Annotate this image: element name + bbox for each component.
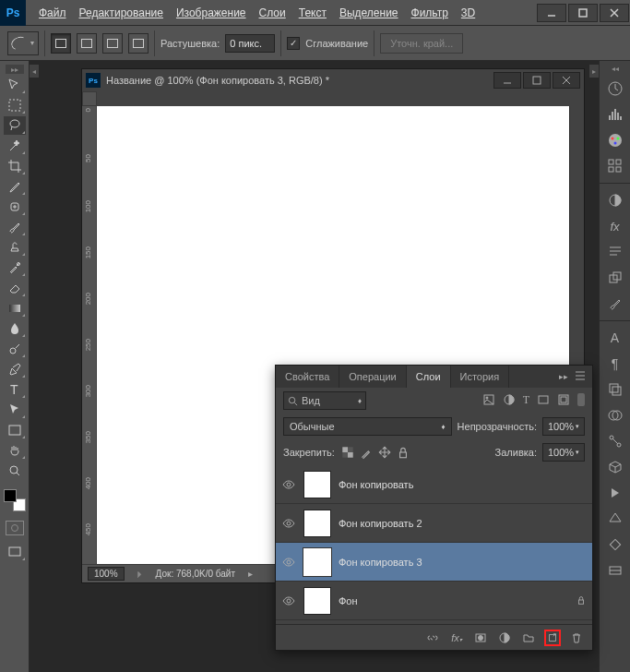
magic-wand-tool[interactable] <box>4 137 26 155</box>
document-titlebar[interactable]: Ps Название @ 100% (Фон копировать 3, RG… <box>82 69 584 91</box>
layer-row[interactable]: Фон копировать 2 <box>276 504 592 543</box>
expand-right-icon[interactable]: ▸ <box>589 65 599 78</box>
3d-panel-icon[interactable] <box>604 456 626 478</box>
ruler-origin[interactable] <box>82 91 97 106</box>
toolbar-expand-icon[interactable]: ▸▸ <box>6 65 24 74</box>
selection-new-button[interactable] <box>51 33 71 54</box>
paths-panel-icon[interactable] <box>604 430 626 452</box>
info-panel-icon[interactable] <box>604 559 626 582</box>
layer-row[interactable]: Фон копировать <box>276 465 592 504</box>
layer-name[interactable]: Фон <box>339 595 358 606</box>
color-panel-icon[interactable] <box>604 129 626 151</box>
lasso-tool[interactable] <box>4 116 26 135</box>
properties-panel-icon[interactable] <box>604 534 626 556</box>
visibility-toggle-icon[interactable] <box>281 555 296 570</box>
layers-panel-icon[interactable] <box>604 378 626 401</box>
menu-select[interactable]: Выделение <box>334 3 404 23</box>
timeline-panel-icon[interactable] <box>604 482 626 504</box>
feather-input[interactable] <box>225 34 275 53</box>
menu-filter[interactable]: Фильтр <box>406 3 454 23</box>
actions-panel-icon[interactable] <box>604 508 626 530</box>
brush-tool[interactable] <box>4 218 26 236</box>
visibility-toggle-icon[interactable] <box>281 477 296 492</box>
lock-position-icon[interactable] <box>377 445 392 460</box>
layer-name[interactable]: Фон копировать <box>339 479 413 490</box>
filter-adjustment-icon[interactable] <box>503 393 516 408</box>
doc-maximize-button[interactable] <box>523 72 551 89</box>
menu-3d[interactable]: 3D <box>456 3 481 23</box>
layer-thumbnail[interactable] <box>303 471 331 498</box>
type-tool[interactable]: T <box>4 380 26 399</box>
dodge-tool[interactable] <box>4 340 26 358</box>
new-layer-icon[interactable] <box>544 630 561 646</box>
color-swatches[interactable] <box>4 489 26 511</box>
doc-minimize-button[interactable] <box>493 72 521 89</box>
character-panel-icon[interactable]: A <box>604 327 626 349</box>
blend-mode-dropdown[interactable]: Обычные ♦ <box>283 417 452 436</box>
healing-brush-tool[interactable] <box>4 198 26 216</box>
layer-name[interactable]: Фон копировать 2 <box>339 518 422 529</box>
maximize-button[interactable] <box>568 4 598 22</box>
filter-pixel-icon[interactable] <box>482 393 495 408</box>
close-button[interactable] <box>600 4 629 22</box>
lock-image-icon[interactable] <box>359 445 374 460</box>
eyedropper-tool[interactable] <box>4 177 26 196</box>
menu-file[interactable]: Файл <box>33 3 72 23</box>
foreground-color-swatch[interactable] <box>4 489 17 502</box>
antialias-checkbox[interactable]: ✓ <box>287 37 300 50</box>
selection-intersect-button[interactable] <box>128 33 149 54</box>
panel-menu-icon[interactable] <box>574 370 587 383</box>
navigator-panel-icon[interactable] <box>604 78 626 100</box>
quick-mask-button[interactable] <box>6 521 24 535</box>
brush-panel-icon[interactable] <box>604 293 626 315</box>
filter-type-icon[interactable]: T <box>523 393 529 408</box>
layer-filter-type[interactable]: Вид ♦ <box>283 391 366 410</box>
tab-layers[interactable]: Слои <box>407 366 451 388</box>
tab-properties[interactable]: Свойства <box>276 366 339 388</box>
gradient-tool[interactable] <box>4 299 26 318</box>
panel-collapse-icon[interactable]: ▸▸ <box>559 372 568 381</box>
doc-close-button[interactable] <box>553 72 580 89</box>
tool-preset-picker[interactable]: ▼ <box>7 31 39 55</box>
menu-edit[interactable]: Редактирование <box>74 3 169 23</box>
zoom-tool[interactable] <box>4 462 26 480</box>
move-tool[interactable] <box>4 76 26 94</box>
hand-tool[interactable] <box>4 441 26 460</box>
adjustments-panel-icon[interactable] <box>604 189 626 211</box>
layer-thumbnail[interactable] <box>303 510 331 537</box>
filter-shape-icon[interactable] <box>537 393 550 408</box>
history-brush-tool[interactable] <box>4 258 26 277</box>
paragraph-styles-panel-icon[interactable]: ¶ <box>604 353 626 375</box>
swatches-panel-icon[interactable] <box>604 155 626 177</box>
tab-history[interactable]: История <box>451 366 510 388</box>
screen-mode-button[interactable] <box>4 543 26 561</box>
sidebar-expand-icon[interactable]: ◂◂ <box>606 65 624 74</box>
eraser-tool[interactable] <box>4 279 26 297</box>
marquee-tool[interactable] <box>4 96 26 114</box>
selection-subtract-button[interactable] <box>102 33 123 54</box>
zoom-field[interactable]: 100% <box>88 567 125 581</box>
layer-group-icon[interactable] <box>520 630 537 646</box>
adjustment-layer-icon[interactable] <box>496 630 513 646</box>
menu-layer[interactable]: Слои <box>254 3 291 23</box>
delete-layer-icon[interactable] <box>568 630 585 646</box>
layer-style-icon[interactable]: fx▾ <box>448 630 465 646</box>
selection-add-button[interactable] <box>77 33 97 54</box>
refine-edge-button[interactable]: Уточн. край... <box>380 33 463 54</box>
status-menu-icon[interactable]: ▸ <box>248 569 253 579</box>
layer-thumbnail[interactable] <box>303 587 331 615</box>
paragraph-panel-icon[interactable] <box>604 241 626 263</box>
styles-panel-icon[interactable]: fx <box>604 215 626 237</box>
lock-all-icon[interactable] <box>396 445 410 460</box>
visibility-toggle-icon[interactable] <box>281 516 296 531</box>
crop-tool[interactable] <box>4 157 26 175</box>
rectangle-tool[interactable] <box>4 421 26 439</box>
menu-image[interactable]: Изображение <box>171 3 252 23</box>
channels-panel-icon[interactable] <box>604 404 626 426</box>
minimize-button[interactable] <box>537 4 566 22</box>
visibility-toggle-icon[interactable] <box>281 594 296 608</box>
layer-row[interactable]: Фон копировать 3 <box>276 543 592 582</box>
tab-actions[interactable]: Операции <box>339 366 406 388</box>
link-layers-icon[interactable] <box>424 630 441 646</box>
opacity-field[interactable]: 100%▾ <box>542 417 585 436</box>
